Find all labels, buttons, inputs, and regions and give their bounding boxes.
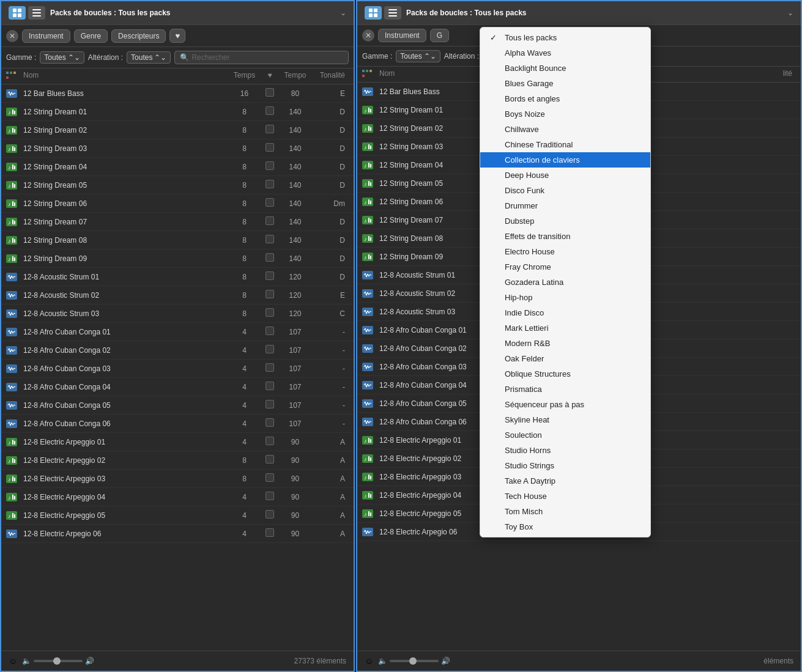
dropdown-item-tous-les-packs[interactable]: Tous les packs bbox=[480, 30, 650, 45]
track-row[interactable]: ♪ 12-8 Electric Arpeggio 03890A bbox=[1, 470, 354, 488]
right-list-view-btn[interactable] bbox=[384, 6, 401, 20]
track-favorite[interactable] bbox=[261, 437, 278, 447]
dropdown-item-blues-garage[interactable]: Blues Garage bbox=[480, 76, 650, 91]
track-row[interactable]: 12-8 Afro Cuban Conga 014107- bbox=[1, 323, 354, 341]
dropdown-item-bords-et-angles[interactable]: Bords et angles bbox=[480, 91, 650, 106]
dropdown-item-indie-disco[interactable]: Indie Disco bbox=[480, 305, 650, 320]
track-row[interactable]: ♪ 12-8 Electric Arpeggio 05490A bbox=[1, 506, 354, 525]
track-row[interactable]: ♪ 12 String Dream 028140D bbox=[1, 121, 354, 139]
track-row[interactable]: ♪ 12-8 Electric Arpeggio 01490A bbox=[1, 433, 354, 451]
dropdown-item-take-a-daytrip[interactable]: Take A Daytrip bbox=[480, 473, 650, 489]
track-favorite[interactable] bbox=[261, 271, 278, 282]
track-favorite[interactable] bbox=[261, 308, 278, 319]
left-alteration-select[interactable]: Toutes ⌃⌄ bbox=[127, 51, 171, 64]
track-favorite[interactable] bbox=[261, 106, 278, 117]
dropdown-item-chinese-traditional[interactable]: Chinese Traditional bbox=[480, 137, 650, 152]
right-emoji-btn[interactable]: ☺ bbox=[365, 656, 373, 666]
track-favorite[interactable] bbox=[261, 161, 278, 172]
dropdown-item-modern-rb[interactable]: Modern R&B bbox=[480, 336, 650, 351]
right-close-btn[interactable]: ✕ bbox=[362, 29, 374, 42]
track-row[interactable]: 12-8 Electric Arpegio 06490A bbox=[1, 525, 354, 543]
dropdown-item-toy-box[interactable]: Toy Box bbox=[480, 519, 650, 534]
dropdown-item-hip-hop[interactable]: Hip-hop bbox=[480, 290, 650, 305]
right-vol-slider[interactable] bbox=[390, 660, 439, 662]
track-favorite[interactable] bbox=[261, 290, 278, 300]
left-list-view-btn[interactable] bbox=[28, 6, 45, 20]
dropdown-item-electro-house[interactable]: Electro House bbox=[480, 244, 650, 259]
dropdown-item-deep-house[interactable]: Deep House bbox=[480, 168, 650, 183]
track-row[interactable]: ♪ 12 String Dream 088140D bbox=[1, 231, 354, 249]
track-favorite[interactable] bbox=[261, 492, 278, 502]
track-row[interactable]: ♪ 12 String Dream 098140D bbox=[1, 249, 354, 268]
track-favorite[interactable] bbox=[261, 382, 278, 392]
dropdown-item-boys-noize[interactable]: Boys Noize bbox=[480, 106, 650, 122]
track-favorite[interactable] bbox=[261, 216, 278, 227]
track-row[interactable]: 12-8 Acoustic Strum 018120D bbox=[1, 268, 354, 286]
dropdown-item-skyline-heat[interactable]: Skyline Heat bbox=[480, 412, 650, 427]
right-instrument-btn[interactable]: Instrument bbox=[378, 29, 426, 42]
track-favorite[interactable] bbox=[261, 363, 278, 374]
dropdown-item-collection-de-claviers[interactable]: Collection de claviers bbox=[480, 152, 650, 168]
track-favorite[interactable] bbox=[261, 253, 278, 264]
track-favorite[interactable] bbox=[261, 180, 278, 190]
dropdown-item-studio-horns[interactable]: Studio Horns bbox=[480, 443, 650, 458]
dropdown-item-tom-misch[interactable]: Tom Misch bbox=[480, 504, 650, 519]
left-instrument-btn[interactable]: Instrument bbox=[22, 29, 70, 43]
track-row[interactable]: ♪ 12 String Dream 078140D bbox=[1, 213, 354, 231]
track-favorite[interactable] bbox=[261, 473, 278, 484]
dropdown-item-chillwave[interactable]: Chillwave bbox=[480, 122, 650, 137]
track-favorite[interactable] bbox=[261, 198, 278, 209]
left-genre-btn[interactable]: Genre bbox=[74, 29, 108, 43]
track-favorite[interactable] bbox=[261, 510, 278, 520]
track-row[interactable]: 12-8 Acoustic Strum 028120E bbox=[1, 286, 354, 305]
track-favorite[interactable] bbox=[261, 125, 278, 135]
left-dropdown-arrow-icon[interactable]: ⌄ bbox=[340, 9, 346, 17]
left-descripteurs-btn[interactable]: Descripteurs bbox=[111, 29, 166, 43]
right-gamme-select[interactable]: Toutes ⌃⌄ bbox=[396, 50, 440, 62]
dropdown-item-mark-lettieri[interactable]: Mark Lettieri bbox=[480, 320, 650, 336]
track-row[interactable]: ♪ 12 String Dream 038140D bbox=[1, 139, 354, 158]
right-genre-btn[interactable]: G bbox=[430, 29, 449, 42]
track-favorite[interactable] bbox=[261, 88, 278, 98]
dropdown-item-fray-chrome[interactable]: Fray Chrome bbox=[480, 259, 650, 275]
track-row[interactable]: ♪ 12 String Dream 018140D bbox=[1, 103, 354, 121]
track-favorite[interactable] bbox=[261, 327, 278, 337]
track-row[interactable]: 12-8 Afro Cuban Conga 054107- bbox=[1, 396, 354, 415]
track-row[interactable]: 12-8 Afro Cuban Conga 064107- bbox=[1, 415, 354, 433]
dropdown-item-oblique-structures[interactable]: Oblique Structures bbox=[480, 366, 650, 382]
dropdown-item-soulection[interactable]: Soulection bbox=[480, 427, 650, 443]
right-grid-view-btn[interactable] bbox=[365, 6, 382, 20]
track-favorite[interactable] bbox=[261, 400, 278, 410]
dropdown-item-drummer[interactable]: Drummer bbox=[480, 198, 650, 213]
dropdown-item-tech-house[interactable]: Tech House bbox=[480, 489, 650, 504]
dropdown-item-gozadera-latina[interactable]: Gozadera Latina bbox=[480, 275, 650, 290]
dropdown-item-alpha-waves[interactable]: Alpha Waves bbox=[480, 45, 650, 61]
dropdown-item-oak-felder[interactable]: Oak Felder bbox=[480, 351, 650, 366]
left-vol-slider[interactable] bbox=[34, 660, 83, 662]
dropdown-item-effets-de-transition[interactable]: Effets de transition bbox=[480, 229, 650, 244]
track-row[interactable]: 12-8 Afro Cuban Conga 034107- bbox=[1, 360, 354, 378]
right-dropdown-arrow-icon[interactable]: ⌄ bbox=[787, 9, 793, 17]
left-search-box[interactable]: 🔍 Rechercher bbox=[174, 51, 349, 64]
track-row[interactable]: 12 Bar Blues Bass1680E bbox=[1, 84, 354, 103]
dropdown-item-prismatica[interactable]: Prismatica bbox=[480, 382, 650, 397]
track-favorite[interactable] bbox=[261, 345, 278, 355]
left-gamme-select[interactable]: Toutes ⌃⌄ bbox=[40, 51, 84, 64]
dropdown-item-squenceur-pas--pas[interactable]: Séquenceur pas à pas bbox=[480, 397, 650, 412]
track-row[interactable]: ♪ 12-8 Electric Arpeggio 02890A bbox=[1, 451, 354, 470]
track-favorite[interactable] bbox=[261, 418, 278, 429]
track-row[interactable]: ♪ 12 String Dream 048140D bbox=[1, 158, 354, 176]
track-row[interactable]: 12-8 Afro Cuban Conga 024107- bbox=[1, 341, 354, 360]
left-heart-btn[interactable]: ♥ bbox=[169, 29, 185, 43]
left-close-btn[interactable]: ✕ bbox=[6, 30, 18, 42]
track-row[interactable]: 12-8 Afro Cuban Conga 044107- bbox=[1, 378, 354, 396]
dropdown-item-disco-funk[interactable]: Disco Funk bbox=[480, 183, 650, 198]
dropdown-item-dubstep[interactable]: Dubstep bbox=[480, 213, 650, 229]
dropdown-item-backlight-bounce[interactable]: Backlight Bounce bbox=[480, 61, 650, 76]
left-emoji-btn[interactable]: ☺ bbox=[9, 656, 17, 666]
track-favorite[interactable] bbox=[261, 143, 278, 153]
track-row[interactable]: ♪ 12 String Dream 068140Dm bbox=[1, 194, 354, 213]
track-favorite[interactable] bbox=[261, 455, 278, 465]
track-row[interactable]: ♪ 12-8 Electric Arpeggio 04490A bbox=[1, 488, 354, 506]
track-favorite[interactable] bbox=[261, 235, 278, 245]
